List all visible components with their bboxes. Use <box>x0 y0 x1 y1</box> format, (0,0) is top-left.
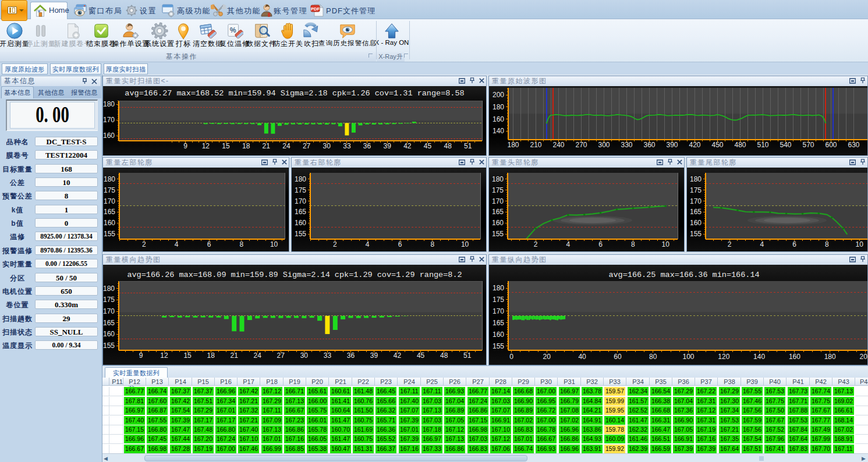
svg-text:160: 160 <box>789 353 800 361</box>
svg-text:8: 8 <box>430 240 434 248</box>
svg-text:10: 10 <box>662 240 670 248</box>
svg-text:%: % <box>230 26 236 34</box>
svg-text:30: 30 <box>323 142 331 150</box>
svg-text:4: 4 <box>566 240 570 248</box>
svg-text:180: 180 <box>103 100 115 108</box>
svg-text:210: 210 <box>530 141 541 149</box>
svg-text:51: 51 <box>463 351 472 360</box>
svg-text:175: 175 <box>103 296 115 304</box>
svg-text:160: 160 <box>492 219 504 227</box>
svg-text:140: 140 <box>753 353 765 361</box>
svg-text:600: 600 <box>825 141 837 149</box>
svg-text:165: 165 <box>104 208 115 216</box>
svg-text:180: 180 <box>493 103 504 111</box>
svg-text:21: 21 <box>263 142 271 150</box>
svg-text:160: 160 <box>493 115 504 123</box>
svg-text:2: 2 <box>728 240 732 248</box>
svg-text:120: 120 <box>718 353 729 361</box>
svg-text:15: 15 <box>222 142 230 150</box>
svg-text:155: 155 <box>104 230 115 238</box>
svg-text:33: 33 <box>343 142 351 150</box>
svg-text:45: 45 <box>417 351 425 360</box>
svg-text:12: 12 <box>160 351 168 360</box>
svg-text:450: 450 <box>711 141 723 149</box>
svg-text:8: 8 <box>631 240 635 248</box>
svg-text:330: 330 <box>621 141 632 149</box>
svg-text:24: 24 <box>254 351 262 360</box>
svg-text:6: 6 <box>792 240 796 248</box>
svg-text:155: 155 <box>690 230 702 238</box>
svg-text:160: 160 <box>295 219 306 227</box>
svg-text:39: 39 <box>370 351 378 360</box>
svg-text:60: 60 <box>614 353 622 361</box>
svg-text:170: 170 <box>104 197 115 205</box>
svg-text:160: 160 <box>690 219 702 227</box>
svg-text:200: 200 <box>859 353 867 361</box>
svg-text:175: 175 <box>492 186 504 194</box>
svg-text:27: 27 <box>303 142 311 150</box>
svg-text:390: 390 <box>666 141 678 149</box>
svg-text:10: 10 <box>270 240 278 248</box>
svg-text:40: 40 <box>578 353 586 361</box>
svg-text:2: 2 <box>333 240 337 248</box>
svg-text:160: 160 <box>493 330 504 339</box>
svg-text:180: 180 <box>295 175 306 183</box>
svg-text:36: 36 <box>347 351 355 360</box>
svg-text:10: 10 <box>856 240 864 248</box>
svg-text:175: 175 <box>690 186 702 194</box>
svg-text:170: 170 <box>493 307 504 315</box>
svg-text:6: 6 <box>207 240 211 248</box>
svg-text:160: 160 <box>103 330 115 338</box>
svg-text:155: 155 <box>103 342 115 350</box>
svg-text:155: 155 <box>492 230 504 238</box>
svg-text:2: 2 <box>142 240 146 248</box>
svg-text:24: 24 <box>282 142 290 150</box>
svg-text:160: 160 <box>104 219 115 227</box>
svg-text:165: 165 <box>690 208 702 216</box>
svg-text:4: 4 <box>366 240 370 248</box>
svg-text:9: 9 <box>139 351 143 360</box>
svg-text:9: 9 <box>183 142 187 150</box>
svg-text:21: 21 <box>231 351 239 360</box>
svg-text:165: 165 <box>493 319 504 327</box>
svg-text:480: 480 <box>734 141 746 149</box>
svg-text:160: 160 <box>103 132 115 140</box>
svg-text:48: 48 <box>444 142 452 150</box>
svg-text:15: 15 <box>183 351 192 360</box>
svg-text:4: 4 <box>175 240 179 248</box>
svg-text:20: 20 <box>543 353 551 361</box>
svg-text:510: 510 <box>757 141 768 149</box>
svg-text:PDF: PDF <box>311 6 320 12</box>
svg-text:170: 170 <box>492 197 504 205</box>
svg-text:200: 200 <box>493 91 504 99</box>
svg-text:180: 180 <box>103 285 115 293</box>
svg-text:270: 270 <box>575 141 587 149</box>
svg-text:570: 570 <box>802 141 814 149</box>
svg-text:175: 175 <box>104 186 115 194</box>
svg-text:8: 8 <box>239 240 243 248</box>
svg-text:630: 630 <box>848 141 859 149</box>
svg-text:180: 180 <box>104 175 115 183</box>
svg-text:45: 45 <box>424 142 432 150</box>
svg-text:155: 155 <box>295 230 306 238</box>
svg-text:27: 27 <box>277 351 285 360</box>
svg-text:155: 155 <box>493 342 504 350</box>
svg-text:170: 170 <box>103 116 115 124</box>
svg-text:360: 360 <box>643 141 655 149</box>
svg-text:51: 51 <box>464 142 472 150</box>
svg-text:12: 12 <box>202 142 210 150</box>
svg-text:180: 180 <box>493 284 504 292</box>
svg-text:avg=166.25 max=166.36 min=166.: avg=166.25 max=166.36 min=166.14 <box>608 271 759 279</box>
svg-text:33: 33 <box>324 351 332 360</box>
svg-text:avg=166.27 max=168.52 min=159.: avg=166.27 max=168.52 min=159.94 Sigma=2… <box>125 89 464 98</box>
svg-text:165: 165 <box>295 208 306 216</box>
svg-text:80: 80 <box>649 353 657 361</box>
svg-text:42: 42 <box>394 351 402 360</box>
svg-text:300: 300 <box>598 141 610 149</box>
svg-text:avg=166.26 max=168.09 min=159.: avg=166.26 max=168.09 min=159.89 Sigma=2… <box>127 271 462 279</box>
svg-text:8: 8 <box>825 240 829 248</box>
svg-text:420: 420 <box>689 141 700 149</box>
svg-text:18: 18 <box>242 142 250 150</box>
svg-text:180: 180 <box>690 175 702 183</box>
svg-text:18: 18 <box>207 351 215 360</box>
